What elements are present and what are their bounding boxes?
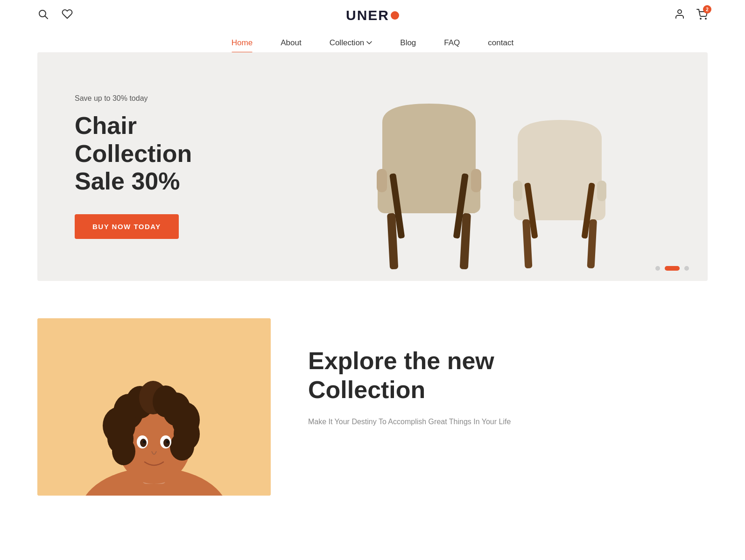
svg-point-4 — [705, 18, 706, 19]
hero-banner: Save up to 30% today Chair Collection Sa… — [37, 52, 708, 281]
explore-title-line1: Explore the new — [308, 347, 494, 374]
explore-section: Explore the new Collection Make It Your … — [37, 318, 708, 496]
explore-title-line2: Collection — [308, 376, 425, 403]
svg-rect-18 — [597, 181, 606, 201]
svg-rect-11 — [471, 169, 481, 192]
svg-point-39 — [166, 441, 169, 443]
carousel-dot-1[interactable] — [655, 266, 660, 271]
cart-icon-wrapper[interactable]: 2 — [696, 9, 708, 22]
hero-buy-button[interactable]: BUY NOW TODAY — [75, 214, 179, 239]
explore-image — [37, 318, 271, 496]
explore-description: Make It Your Destiny To Accomplish Great… — [308, 416, 708, 428]
person-illustration — [37, 318, 271, 496]
wishlist-icon[interactable] — [62, 8, 73, 22]
user-icon[interactable] — [674, 8, 685, 22]
hero-subtitle: Save up to 30% today — [75, 94, 252, 103]
hero-images — [272, 52, 708, 281]
cart-badge: 2 — [703, 5, 711, 14]
svg-rect-10 — [377, 169, 387, 192]
chevron-down-icon — [366, 40, 372, 46]
svg-point-33 — [170, 433, 194, 461]
svg-point-2 — [678, 10, 682, 14]
hero-title-line1: Chair Collection — [75, 112, 192, 167]
nav-item-about[interactable]: About — [281, 38, 301, 52]
svg-rect-17 — [513, 181, 522, 201]
svg-point-3 — [700, 18, 701, 19]
search-icon[interactable] — [37, 8, 49, 22]
explore-content: Explore the new Collection Make It Your … — [308, 318, 708, 427]
explore-title: Explore the new Collection — [308, 346, 708, 405]
nav-item-blog[interactable]: Blog — [400, 38, 416, 52]
nav-item-contact[interactable]: contact — [488, 38, 513, 52]
header-right-icons: 2 — [674, 8, 708, 22]
header: UNER 2 — [0, 0, 745, 31]
logo-text: UNER — [346, 7, 389, 23]
hero-content: Save up to 30% today Chair Collection Sa… — [75, 94, 252, 239]
logo-dot — [391, 11, 399, 20]
carousel-dot-2[interactable] — [665, 266, 680, 271]
logo[interactable]: UNER — [346, 7, 399, 23]
svg-point-32 — [112, 437, 135, 465]
carousel-dot-3[interactable] — [684, 266, 689, 271]
header-left-icons — [37, 8, 73, 22]
carousel-dots — [655, 266, 689, 271]
nav-item-collection[interactable]: Collection — [330, 38, 372, 52]
hero-title: Chair Collection Sale 30% — [75, 112, 252, 196]
chair-1 — [364, 94, 494, 272]
nav-item-faq[interactable]: FAQ — [444, 38, 460, 52]
main-nav: Home About Collection Blog FAQ contact — [0, 31, 745, 52]
nav-item-home[interactable]: Home — [232, 38, 253, 52]
chair-2 — [504, 113, 616, 272]
nav-collection-label: Collection — [330, 38, 365, 48]
svg-line-1 — [45, 16, 48, 19]
hero-title-line2: Sale 30% — [75, 168, 180, 195]
chair-group — [364, 94, 616, 272]
svg-point-38 — [143, 441, 146, 443]
